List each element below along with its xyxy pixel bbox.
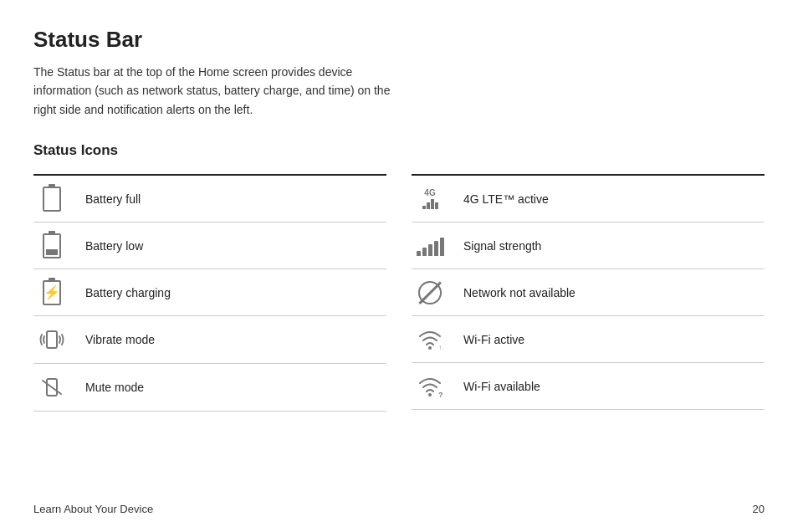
mute-mode-icon: [33, 374, 70, 401]
battery-full-label: Battery full: [85, 192, 141, 206]
status-row-vibrate: Vibrate mode: [33, 316, 386, 364]
signal-strength-icon: [412, 236, 448, 256]
status-row-battery-low: Battery low: [33, 223, 386, 269]
wifi-available-label: Wi-Fi available: [463, 380, 540, 393]
page-title: Status Bar: [33, 27, 765, 53]
battery-charging-icon: ⚡: [33, 280, 70, 305]
svg-point-3: [428, 346, 432, 350]
status-row-mute: Mute mode: [33, 364, 386, 412]
footer-left: Learn About Your Device: [33, 503, 153, 515]
status-row-battery-full: Battery full: [33, 176, 386, 223]
status-row-no-network: Network not available: [412, 269, 765, 316]
battery-full-icon: [33, 187, 70, 212]
status-row-battery-charging: ⚡ Battery charging: [33, 269, 386, 316]
right-column: 4G 4G LTE™ active: [412, 174, 765, 412]
no-network-label: Network not available: [463, 286, 575, 299]
4g-lte-icon: 4G: [412, 189, 448, 209]
mute-mode-label: Mute mode: [85, 381, 144, 394]
svg-point-5: [428, 393, 432, 396]
status-row-wifi-active: ↑↓ Wi-Fi active: [412, 316, 765, 363]
page-intro: The Status bar at the top of the Home sc…: [33, 63, 402, 119]
battery-charging-label: Battery charging: [85, 286, 171, 299]
section-title: Status Icons: [33, 142, 765, 159]
vibrate-mode-icon: [33, 326, 70, 353]
svg-text:↑↓: ↑↓: [438, 344, 443, 351]
4g-lte-label: 4G LTE™ active: [463, 192, 549, 206]
left-column: Battery full Battery low ⚡ Battery charg…: [33, 174, 386, 412]
status-row-signal-strength: Signal strength: [412, 223, 765, 269]
svg-text:?: ?: [438, 391, 443, 398]
page-footer: Learn About Your Device 20: [33, 503, 765, 515]
status-row-4g-lte: 4G 4G LTE™ active: [412, 176, 765, 223]
status-icons-table: Battery full Battery low ⚡ Battery charg…: [33, 174, 765, 412]
vibrate-mode-label: Vibrate mode: [85, 333, 155, 346]
battery-low-icon: [33, 233, 70, 258]
status-row-wifi-available: ? Wi-Fi available: [412, 363, 765, 410]
wifi-available-icon: ?: [412, 375, 448, 398]
footer-page-number: 20: [753, 503, 765, 515]
signal-strength-label: Signal strength: [463, 239, 541, 253]
battery-low-label: Battery low: [85, 239, 143, 253]
wifi-active-icon: ↑↓: [412, 328, 448, 351]
wifi-active-label: Wi-Fi active: [463, 333, 524, 346]
network-not-available-icon: [412, 281, 448, 304]
svg-rect-0: [47, 331, 57, 348]
